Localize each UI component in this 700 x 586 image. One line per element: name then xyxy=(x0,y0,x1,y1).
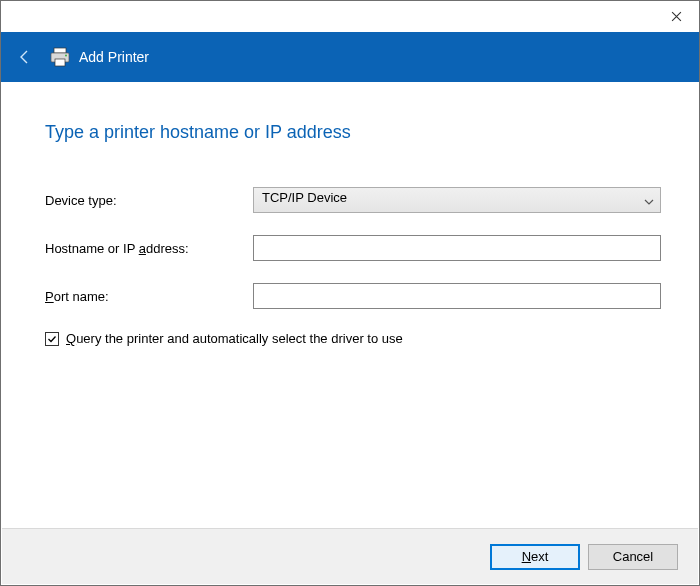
next-button[interactable]: Next xyxy=(490,544,580,570)
svg-rect-2 xyxy=(55,59,65,66)
port-name-input[interactable] xyxy=(253,283,661,309)
port-name-label: Port name: xyxy=(45,289,253,304)
svg-point-3 xyxy=(65,55,67,57)
query-printer-row: Query the printer and automatically sele… xyxy=(45,331,661,346)
device-type-row: Device type: TCP/IP Device xyxy=(45,187,661,213)
hostname-input[interactable] xyxy=(253,235,661,261)
close-icon xyxy=(671,11,682,22)
page-heading: Type a printer hostname or IP address xyxy=(45,122,661,143)
hostname-row: Hostname or IP address: xyxy=(45,235,661,261)
back-button[interactable] xyxy=(15,49,35,65)
arrow-left-icon xyxy=(17,49,33,65)
device-type-label: Device type: xyxy=(45,193,253,208)
header-title: Add Printer xyxy=(79,49,149,65)
close-button[interactable] xyxy=(654,1,699,32)
hostname-label: Hostname or IP address: xyxy=(45,241,253,256)
titlebar xyxy=(1,1,699,32)
add-printer-dialog: Add Printer Type a printer hostname or I… xyxy=(0,0,700,586)
device-type-select[interactable]: TCP/IP Device xyxy=(253,187,661,213)
query-printer-label: Query the printer and automatically sele… xyxy=(66,331,403,346)
device-type-value: TCP/IP Device xyxy=(262,190,347,205)
svg-rect-0 xyxy=(54,48,66,53)
query-printer-checkbox[interactable] xyxy=(45,332,59,346)
wizard-header: Add Printer xyxy=(1,32,699,82)
wizard-footer: Next Cancel xyxy=(2,528,698,584)
checkmark-icon xyxy=(47,334,57,344)
port-name-row: Port name: xyxy=(45,283,661,309)
printer-icon xyxy=(49,47,71,67)
cancel-button[interactable]: Cancel xyxy=(588,544,678,570)
wizard-content: Type a printer hostname or IP address De… xyxy=(1,82,699,346)
